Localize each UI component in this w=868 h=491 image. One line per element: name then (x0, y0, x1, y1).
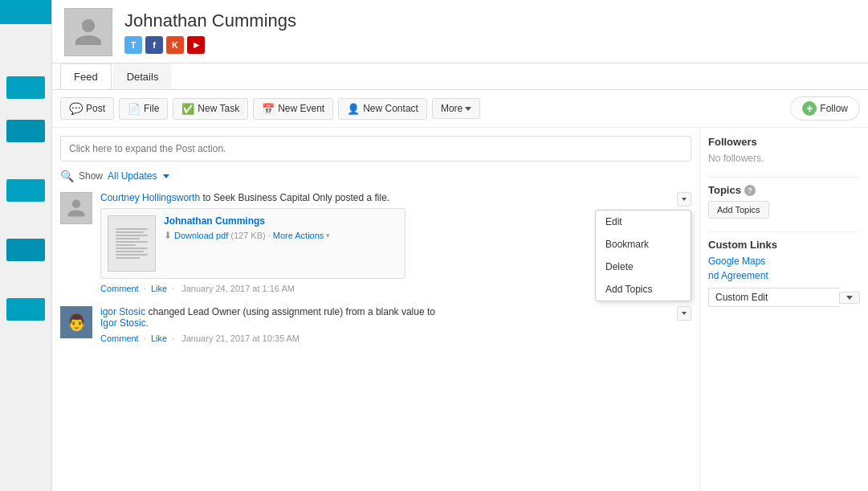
more-actions-caret-icon: ▾ (326, 231, 330, 239)
dropdown-edit[interactable]: Edit (596, 211, 691, 233)
topics-info-icon[interactable]: ? (744, 185, 756, 196)
updates-caret-icon (163, 174, 169, 178)
topics-section: Topics ? Add Topics (708, 184, 860, 219)
dropdown-bookmark[interactable]: Bookmark (596, 233, 691, 256)
post-input-area (60, 136, 691, 162)
file-info: Johnathan Cummings ⬇ Download pdf (127 K… (164, 215, 398, 241)
follow-button[interactable]: + Follow (790, 96, 860, 121)
feed-text-1: Courtney Hollingsworth to Seek Business … (100, 192, 691, 203)
post-icon: 💬 (69, 102, 83, 115)
profile-header: Johnathan Cummings T f K ▶ (52, 0, 868, 63)
more-caret-icon (465, 107, 471, 111)
like-link-1[interactable]: Like (151, 284, 167, 293)
feed-item-1-dropdown-btn[interactable] (677, 192, 691, 207)
nd-agreement-link[interactable]: nd Agreement (708, 270, 860, 281)
post-button[interactable]: 💬 Post (60, 97, 114, 120)
feed-item-1-dropdown-menu: Edit Bookmark Delete Add Topics (595, 210, 691, 301)
comment-link-2[interactable]: Comment (100, 333, 139, 343)
post-input[interactable] (61, 137, 691, 161)
twitter-icon[interactable]: T (124, 36, 142, 54)
add-topics-button[interactable]: Add Topics (708, 201, 769, 219)
content-area: 🔍 Show All Updates Courtney Hollingswort… (52, 128, 868, 491)
custom-edit-bar: Custom Edit (708, 288, 860, 307)
right-sidebar: Followers No followers. Topics ? Add Top… (699, 128, 868, 491)
social-icons-bar: T f K ▶ (124, 36, 856, 54)
tabs-bar: Feed Details (52, 63, 868, 90)
feed-avatar-2: 👨 (60, 306, 92, 338)
dropdown-delete[interactable]: Delete (596, 256, 691, 278)
file-name-link[interactable]: Johnathan Cummings (164, 215, 398, 227)
custom-edit-caret-button[interactable] (839, 292, 860, 304)
sidebar-divider-2 (708, 231, 860, 232)
google-maps-link[interactable]: Google Maps (708, 256, 860, 267)
klout-icon[interactable]: K (166, 36, 184, 54)
download-icon: ⬇ (164, 230, 172, 241)
custom-edit-caret-icon (846, 296, 853, 300)
custom-edit-select[interactable]: Custom Edit (708, 288, 839, 307)
facebook-icon[interactable]: f (145, 36, 163, 54)
sidebar-item-4[interactable] (6, 239, 45, 261)
new-event-button[interactable]: 📅 New Event (253, 98, 333, 120)
feed-author-2-link[interactable]: igor Stosic (100, 306, 145, 317)
search-icon: 🔍 (60, 170, 74, 182)
new-task-button[interactable]: ✅ New Task (173, 98, 248, 120)
updates-bar: 🔍 Show All Updates (60, 170, 691, 182)
sidebar-item-5[interactable] (6, 298, 45, 321)
sidebar-divider-1 (708, 177, 860, 178)
file-card-1: Johnathan Cummings ⬇ Download pdf (127 K… (100, 208, 405, 279)
main-content: Johnathan Cummings T f K ▶ Feed Details … (52, 0, 868, 491)
comment-link-1[interactable]: Comment (100, 284, 139, 293)
more-actions-link[interactable]: More Actions (273, 231, 324, 240)
tab-details[interactable]: Details (113, 63, 173, 89)
event-icon: 📅 (262, 103, 275, 115)
feed-area: 🔍 Show All Updates Courtney Hollingswort… (52, 128, 699, 491)
sidebar-item-1[interactable] (6, 76, 45, 99)
more-button[interactable]: More (432, 98, 480, 119)
profile-info: Johnathan Cummings T f K ▶ (124, 10, 856, 54)
custom-links-section: Custom Links Google Maps nd Agreement Cu… (708, 239, 860, 307)
profile-name: Johnathan Cummings (124, 10, 856, 31)
sidebar-item-3[interactable] (6, 179, 45, 202)
feed-item-2-dropdown-btn[interactable] (677, 306, 691, 321)
followers-title: Followers (708, 136, 860, 148)
followers-section: Followers No followers. (708, 136, 860, 164)
no-followers-text: No followers. (708, 153, 860, 164)
youtube-icon[interactable]: ▶ (187, 36, 205, 54)
igor-name-link[interactable]: Igor Stosic. (100, 317, 149, 329)
sidebar-top-button[interactable] (0, 0, 51, 24)
feed-actions-2: Comment · Like · January 21, 2017 at 10:… (100, 333, 691, 343)
custom-links-title: Custom Links (708, 239, 860, 251)
task-icon: ✅ (181, 103, 194, 115)
follow-plus-icon: + (802, 101, 817, 116)
feed-text-2: igor Stosic changed Lead Owner (using as… (100, 306, 691, 329)
left-sidebar (0, 0, 52, 491)
tab-feed[interactable]: Feed (60, 63, 112, 89)
feed-author-1-link[interactable]: Courtney Hollingsworth (100, 192, 200, 203)
dropdown-add-topics[interactable]: Add Topics (596, 278, 691, 301)
all-updates-link[interactable]: All Updates (108, 170, 157, 182)
like-link-2[interactable]: Like (151, 333, 167, 343)
file-download-bar: ⬇ Download pdf (127 KB) · More Actions ▾ (164, 230, 398, 241)
feed-item-2: 👨 igor Stosic changed Lead Owner (using … (60, 306, 691, 343)
feed-avatar-1 (60, 192, 92, 224)
action-bar: 💬 Post 📄 File ✅ New Task 📅 New Event 👤 N… (52, 90, 868, 128)
contact-icon: 👤 (347, 103, 360, 115)
file-button[interactable]: 📄 File (119, 98, 168, 120)
feed-content-2: igor Stosic changed Lead Owner (using as… (100, 306, 691, 343)
new-contact-button[interactable]: 👤 New Contact (338, 98, 427, 120)
dropdown-caret-icon (682, 198, 687, 201)
file-thumbnail (108, 215, 156, 272)
feed-item-1: Courtney Hollingsworth to Seek Business … (60, 192, 691, 293)
file-icon: 📄 (128, 103, 141, 115)
avatar (64, 8, 112, 56)
sidebar-item-2[interactable] (6, 120, 45, 142)
download-pdf-link[interactable]: Download pdf (174, 231, 228, 240)
dropdown-caret-icon-2 (682, 312, 687, 315)
topics-title: Topics ? (708, 184, 860, 196)
